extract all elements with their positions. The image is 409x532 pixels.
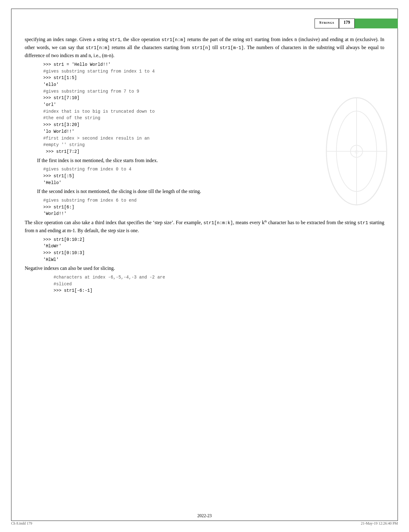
right-border-line xyxy=(398,9,398,521)
code-block-5: #characters at index -6,-5,-4,-3 and -2 … xyxy=(43,274,384,294)
green-accent-bar xyxy=(355,19,398,28)
paragraph-1: specifying an index range. Given a strin… xyxy=(25,36,384,60)
chapter-label: Strings xyxy=(315,19,339,28)
footer-date-stamp: 21-May-19 12:26:40 PM xyxy=(361,521,398,526)
paragraph-2: If the first index is not mentioned, the… xyxy=(25,157,384,165)
main-content: specifying an index range. Given a strin… xyxy=(25,36,384,295)
page-number: 179 xyxy=(339,19,355,28)
paragraph-4: The slice operation can also take a thir… xyxy=(25,219,384,235)
header-area: Strings 179 xyxy=(315,19,398,28)
page-container: Strings 179 specifying an index range. G… xyxy=(0,0,409,532)
code-block-3: #gives substring from index 6 to end >>>… xyxy=(43,197,384,217)
top-border xyxy=(11,9,398,9)
footer-chapter-file: Ch 8.indd 179 xyxy=(11,521,32,526)
bottom-border xyxy=(11,521,398,521)
code-block-1: >>> str1 = 'Hello World!!' #gives substr… xyxy=(43,61,384,155)
code-block-2: #gives substring from index 0 to 4 >>> s… xyxy=(43,166,384,186)
header-right: Strings 179 xyxy=(315,19,398,28)
superscript-th: th xyxy=(264,220,267,223)
left-border-line xyxy=(11,9,11,521)
footer-year: 2022-23 xyxy=(0,513,409,518)
code-block-4: >>> str1[0:10:2] 'HloWr' >>> str1[0:10:3… xyxy=(43,237,384,263)
paragraph-5: Negative indexes can also be used for sl… xyxy=(25,264,384,272)
paragraph-3: If the second index is not mentioned, th… xyxy=(25,187,384,195)
